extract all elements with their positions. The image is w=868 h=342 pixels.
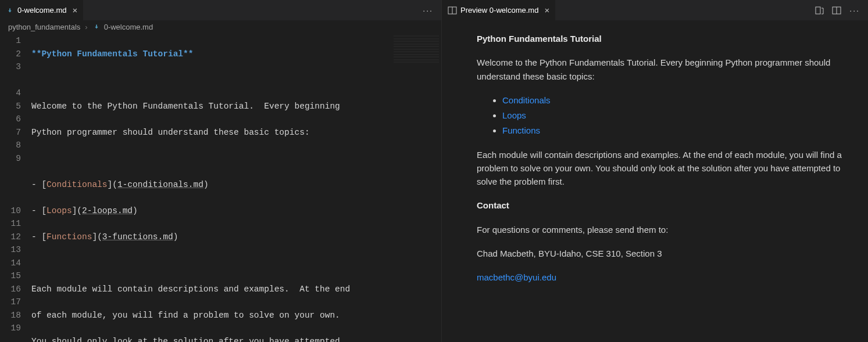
link-functions[interactable]: Functions <box>502 125 540 135</box>
tab-label: Preview 0-welcome.md <box>460 6 538 15</box>
breadcrumb-file[interactable]: 0-welcome.md <box>104 23 153 31</box>
breadcrumb[interactable]: python_fundamentals › 0-welcome.md <box>0 20 441 33</box>
chevron-right-icon: › <box>85 23 87 31</box>
tab-preview[interactable]: Preview 0-welcome.md × <box>442 0 555 20</box>
preview-heading: Contact <box>477 200 509 210</box>
preview-pane: Preview 0-welcome.md × ··· Python Fundam… <box>442 0 868 342</box>
markdown-file-icon <box>92 23 101 31</box>
code-text: Welcome to the Python Fundamentals Tutor… <box>31 102 340 111</box>
more-actions-icon[interactable]: ··· <box>849 6 860 15</box>
show-source-icon[interactable] <box>815 6 824 15</box>
preview-paragraph: Each module will contain descriptions an… <box>477 148 845 189</box>
svg-rect-2 <box>816 7 820 14</box>
markdown-preview[interactable]: Python Fundamentals Tutorial Welcome to … <box>442 20 868 342</box>
preview-tabs-bar: Preview 0-welcome.md × ··· <box>442 0 868 20</box>
preview-paragraph: Welcome to the Python Fundamentals Tutor… <box>477 56 845 83</box>
split-editor-icon[interactable] <box>832 6 841 15</box>
editor-body: 12345678910111213141516171819 **Python F… <box>0 33 441 342</box>
code-text: Python programmer should understand thes… <box>31 128 310 137</box>
link-conditionals[interactable]: Conditionals <box>502 95 551 105</box>
tab-label: 0-welcome.md <box>17 6 67 15</box>
editor-tab-actions: ··· <box>423 6 441 15</box>
preview-paragraph: For questions or comments, please send t… <box>477 223 845 236</box>
close-icon[interactable]: × <box>544 5 549 15</box>
link-email[interactable]: macbethc@byui.edu <box>477 272 556 282</box>
close-icon[interactable]: × <box>73 5 78 15</box>
tab-welcome-md[interactable]: 0-welcome.md × <box>0 0 83 20</box>
editor-pane: 0-welcome.md × ··· python_fundamentals ›… <box>0 0 442 342</box>
preview-list: Conditionals Loops Functions <box>477 93 845 138</box>
preview-icon <box>448 6 457 15</box>
list-item: Conditionals <box>502 93 845 107</box>
breadcrumb-folder[interactable]: python_fundamentals <box>8 23 80 31</box>
code-text: **Python Fundamentals Tutorial** <box>31 49 193 59</box>
preview-heading: Python Fundamentals Tutorial <box>477 34 602 44</box>
code-area[interactable]: **Python Fundamentals Tutorial** Welcome… <box>31 34 441 342</box>
line-gutter: 12345678910111213141516171819 <box>0 34 31 342</box>
editor-tabs-bar: 0-welcome.md × ··· <box>0 0 441 20</box>
preview-paragraph: Chad Macbeth, BYU-Idaho, CSE 310, Sectio… <box>477 247 845 260</box>
list-item: Functions <box>502 124 845 137</box>
list-item: Loops <box>502 109 845 122</box>
link-loops[interactable]: Loops <box>502 110 526 120</box>
markdown-file-icon <box>6 6 14 15</box>
minimap[interactable] <box>394 35 439 64</box>
more-actions-icon[interactable]: ··· <box>423 6 433 15</box>
